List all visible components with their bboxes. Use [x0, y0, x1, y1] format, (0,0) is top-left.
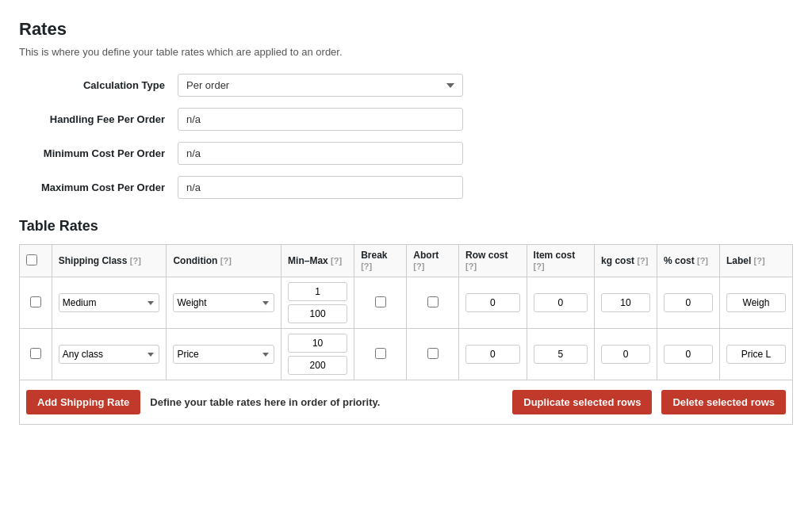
- header-min-max: Min–Max [?]: [282, 245, 354, 277]
- max-cost-row: Maximum Cost Per Order: [19, 176, 793, 199]
- row-1-break-checkbox[interactable]: [375, 296, 386, 307]
- calculation-type-row: Calculation Type Per order Per item Per …: [19, 74, 793, 97]
- row-2-item-cost-input[interactable]: [534, 345, 588, 364]
- row-1-abort-checkbox[interactable]: [427, 296, 439, 307]
- row-1-pct-cost-input[interactable]: [664, 293, 713, 312]
- footer-note: Define your table rates here in order of…: [150, 396, 503, 408]
- handling-fee-input[interactable]: [178, 108, 463, 131]
- header-shipping-class: Shipping Class [?]: [52, 245, 167, 277]
- handling-fee-label: Handling Fee Per Order: [19, 113, 178, 125]
- row-2-label-input[interactable]: [726, 345, 786, 364]
- delete-selected-button[interactable]: Delete selected rows: [661, 390, 786, 414]
- row-2-max-input[interactable]: [288, 356, 347, 375]
- calculation-type-select[interactable]: Per order Per item Per weight: [178, 74, 463, 97]
- select-all-checkbox[interactable]: [26, 254, 37, 265]
- row-1-kg-cost-input[interactable]: [601, 293, 650, 312]
- row-2-break-checkbox[interactable]: [375, 348, 386, 359]
- rates-table: Shipping Class [?] Condition [?] Min–Max…: [19, 244, 793, 380]
- duplicate-selected-button[interactable]: Duplicate selected rows: [512, 390, 652, 414]
- min-cost-input[interactable]: [178, 142, 463, 165]
- header-kg-cost: kg cost [?]: [595, 245, 657, 277]
- min-cost-label: Minimum Cost Per Order: [19, 147, 178, 159]
- row-1-condition-select[interactable]: WeightPriceItem count: [173, 293, 274, 312]
- row-2-condition-select[interactable]: WeightPriceItem count: [173, 345, 274, 364]
- row-2-min-input[interactable]: [288, 334, 347, 353]
- max-cost-label: Maximum Cost Per Order: [19, 181, 178, 193]
- row-1-max-input[interactable]: [288, 304, 347, 323]
- table-rates-section: Table Rates Shipping Class [?] Condition…: [19, 218, 793, 425]
- row-1-label-input[interactable]: [726, 293, 786, 312]
- header-abort: Abort [?]: [407, 245, 459, 277]
- row-1-shipping-class-select[interactable]: Any classMediumSmallLarge: [59, 293, 160, 312]
- footer-bar: Add Shipping Rate Define your table rate…: [19, 380, 793, 425]
- row-2-abort-checkbox[interactable]: [427, 348, 439, 359]
- add-shipping-rate-button[interactable]: Add Shipping Rate: [26, 390, 140, 414]
- row-1-checkbox[interactable]: [30, 296, 41, 307]
- header-condition: Condition [?]: [167, 245, 282, 277]
- row-2-pct-cost-input[interactable]: [664, 345, 713, 364]
- max-cost-input[interactable]: [178, 176, 463, 199]
- page-description: This is where you define your table rate…: [19, 46, 793, 58]
- row-2-kg-cost-input[interactable]: [601, 345, 650, 364]
- rates-form: Calculation Type Per order Per item Per …: [19, 74, 793, 199]
- page-title: Rates: [19, 19, 793, 40]
- row-2-checkbox[interactable]: [30, 348, 41, 359]
- row-1-min-input[interactable]: [288, 282, 347, 301]
- header-select-all: [20, 245, 52, 277]
- row-1-row-cost-input[interactable]: [465, 293, 519, 312]
- header-break: Break [?]: [354, 245, 407, 277]
- header-item-cost: Item cost [?]: [527, 245, 594, 277]
- row-1-item-cost-input[interactable]: [534, 293, 588, 312]
- header-row-cost: Row cost [?]: [459, 245, 527, 277]
- handling-fee-row: Handling Fee Per Order: [19, 108, 793, 131]
- table-row: Any classMediumSmallLargeWeightPriceItem…: [20, 329, 793, 380]
- calculation-type-label: Calculation Type: [19, 79, 178, 91]
- row-2-shipping-class-select[interactable]: Any classMediumSmallLarge: [59, 345, 160, 364]
- table-row: Any classMediumSmallLargeWeightPriceItem…: [20, 277, 793, 329]
- row-2-row-cost-input[interactable]: [465, 345, 519, 364]
- table-rates-heading: Table Rates: [19, 218, 793, 235]
- table-header-row: Shipping Class [?] Condition [?] Min–Max…: [20, 245, 793, 277]
- header-pct-cost: % cost [?]: [657, 245, 719, 277]
- header-label: Label [?]: [719, 245, 792, 277]
- min-cost-row: Minimum Cost Per Order: [19, 142, 793, 165]
